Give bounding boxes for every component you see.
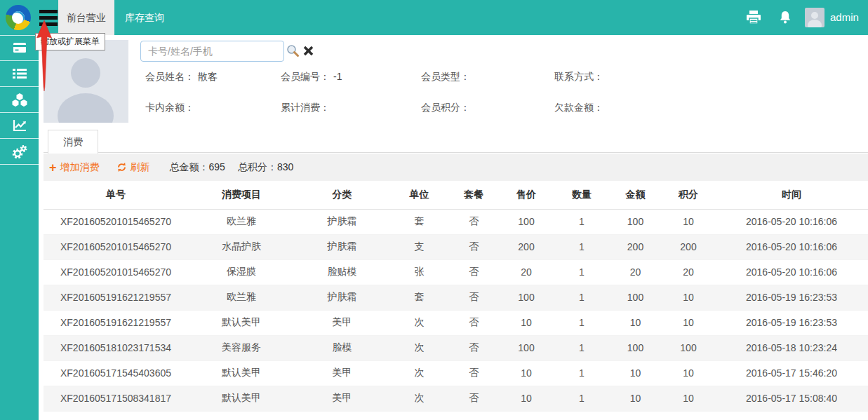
sidebar-item-list[interactable] xyxy=(0,61,39,87)
member-search-input[interactable] xyxy=(140,41,284,62)
member-field: 会员积分： xyxy=(421,102,554,114)
total-amount: 总金额：695 xyxy=(170,161,225,174)
cubes-icon xyxy=(12,93,27,107)
column-header: 分类 xyxy=(295,181,389,209)
table-row[interactable]: XF201605201015465270保湿膜脸贴模张否20120202016-… xyxy=(44,259,868,285)
billing-card-icon xyxy=(13,42,27,54)
member-field: 会员姓名：散客 xyxy=(145,71,281,83)
clear-search-icon[interactable] xyxy=(303,46,314,59)
table-header-row: 单号消费项目分类单位套餐售价数量金额积分时间 xyxy=(44,181,868,209)
side-nav xyxy=(0,35,39,420)
user-avatar[interactable] xyxy=(805,8,824,27)
member-photo-placeholder xyxy=(44,40,128,123)
tab-inventory-query[interactable]: 库存查询 xyxy=(114,0,175,35)
column-header: 积分 xyxy=(662,181,715,209)
search-icon[interactable] xyxy=(286,44,300,60)
member-field: 卡内余额： xyxy=(145,102,281,114)
list-icon xyxy=(13,68,27,79)
member-field: 欠款金额： xyxy=(554,102,777,114)
notifications-bell-icon[interactable] xyxy=(777,0,794,35)
member-field: 联系方式： xyxy=(554,71,777,83)
column-header: 单位 xyxy=(389,181,449,209)
column-header: 数量 xyxy=(554,181,609,209)
table-row[interactable]: XF201605201015465270欧兰雅护肤霜套否100110010201… xyxy=(44,209,868,234)
sidebar-item-settings[interactable] xyxy=(0,139,39,165)
sidebar-item-reports[interactable] xyxy=(0,113,39,139)
username-label[interactable]: admin xyxy=(830,0,859,35)
member-field: 会员编号：-1 xyxy=(281,71,421,83)
column-header: 套餐 xyxy=(449,181,498,209)
column-header: 时间 xyxy=(715,181,868,209)
tab-consumption[interactable]: 消费 xyxy=(48,130,98,154)
consumption-table: 单号消费项目分类单位套餐售价数量金额积分时间 XF201605201015465… xyxy=(44,181,868,412)
column-header: 售价 xyxy=(498,181,554,209)
detail-tabs-row: 消费 xyxy=(44,130,868,153)
sidebar-item-products[interactable] xyxy=(0,87,39,113)
column-header: 消费项目 xyxy=(188,181,295,209)
printer-icon[interactable] xyxy=(744,0,763,35)
sidebar-item-billing[interactable] xyxy=(0,35,39,61)
refresh-button[interactable]: 刷新 xyxy=(116,161,150,174)
table-row[interactable]: XF201605191621219557欧兰雅护肤霜套否100110010201… xyxy=(44,285,868,310)
member-field: 累计消费： xyxy=(281,102,421,114)
top-bar: 前台营业 库存查询 admin xyxy=(0,0,868,35)
hamburger-menu-icon[interactable] xyxy=(39,10,58,26)
table-row[interactable]: XF201605181023171534美容服务脸模次否100110010020… xyxy=(44,335,868,360)
table-row[interactable]: XF201605171545403605默认美甲美甲次否10110102016-… xyxy=(44,360,868,386)
table-row[interactable]: XF201605191621219557默认美甲美甲次否10110102016-… xyxy=(44,310,868,335)
total-points: 总积分：830 xyxy=(238,161,293,174)
member-field: 会员类型： xyxy=(421,71,554,83)
table-row[interactable]: XF201605201015465270水晶护肤护肤霜支否20012002002… xyxy=(44,234,868,259)
line-chart-icon xyxy=(13,119,27,132)
plus-icon: + xyxy=(49,162,57,173)
column-header: 单号 xyxy=(44,181,188,209)
add-consumption-button[interactable]: + 增加消费 xyxy=(49,161,100,174)
app-logo-icon xyxy=(6,5,31,30)
member-info-grid: 会员姓名：散客会员编号：-1会员类型：联系方式：卡内余额：累计消费：会员积分：欠… xyxy=(145,71,777,114)
table-row[interactable]: XF201605171508341817默认美甲美甲次否10110102016-… xyxy=(44,386,868,411)
tab-front-desk[interactable]: 前台营业 xyxy=(58,0,114,35)
refresh-icon xyxy=(116,162,127,172)
table-body: XF201605201015465270欧兰雅护肤霜套否100110010201… xyxy=(44,209,868,411)
column-header: 金额 xyxy=(609,181,662,209)
menu-tooltip: 缩放或扩展菜单 xyxy=(35,33,105,50)
consumption-toolbar: + 增加消费 刷新 总金额：695 总积分：830 xyxy=(44,154,868,181)
gears-icon xyxy=(12,145,27,158)
